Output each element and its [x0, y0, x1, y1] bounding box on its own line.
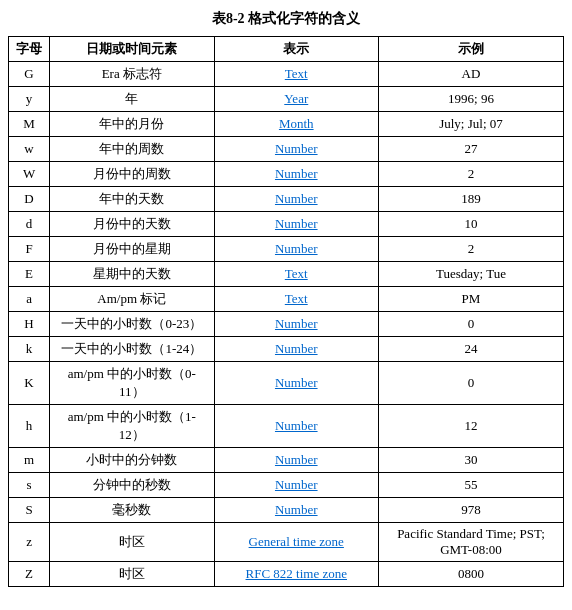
table-row: F月份中的星期Number2	[9, 237, 564, 262]
cell-letter: s	[9, 473, 50, 498]
cell-example: 10	[378, 212, 563, 237]
cell-element: am/pm 中的小时数（1-12）	[50, 405, 214, 448]
cell-element: 星期中的天数	[50, 262, 214, 287]
cell-letter: d	[9, 212, 50, 237]
cell-letter: W	[9, 162, 50, 187]
cell-example: Tuesday; Tue	[378, 262, 563, 287]
cell-element: Am/pm 标记	[50, 287, 214, 312]
cell-letter: M	[9, 112, 50, 137]
cell-represent[interactable]: Number	[214, 187, 378, 212]
table-row: m小时中的分钟数Number30	[9, 448, 564, 473]
cell-element: 年中的天数	[50, 187, 214, 212]
cell-element: 年中的周数	[50, 137, 214, 162]
cell-element: am/pm 中的小时数（0-11）	[50, 362, 214, 405]
cell-represent[interactable]: RFC 822 time zone	[214, 562, 378, 587]
cell-letter: E	[9, 262, 50, 287]
format-table: 字母 日期或时间元素 表示 示例 GEra 标志符TextADy年Year199…	[8, 36, 564, 587]
cell-element: 月份中的天数	[50, 212, 214, 237]
cell-element: 一天中的小时数（0-23）	[50, 312, 214, 337]
table-row: M年中的月份MonthJuly; Jul; 07	[9, 112, 564, 137]
cell-example: 55	[378, 473, 563, 498]
cell-represent[interactable]: Number	[214, 237, 378, 262]
cell-letter: D	[9, 187, 50, 212]
cell-element: 毫秒数	[50, 498, 214, 523]
header-example: 示例	[378, 37, 563, 62]
cell-element: 年	[50, 87, 214, 112]
cell-letter: z	[9, 523, 50, 562]
table-row: aAm/pm 标记TextPM	[9, 287, 564, 312]
cell-example: 27	[378, 137, 563, 162]
cell-example: PM	[378, 287, 563, 312]
table-row: w年中的周数Number27	[9, 137, 564, 162]
cell-letter: y	[9, 87, 50, 112]
cell-represent[interactable]: Month	[214, 112, 378, 137]
cell-element: 时区	[50, 562, 214, 587]
cell-example: 2	[378, 237, 563, 262]
cell-represent[interactable]: Number	[214, 473, 378, 498]
cell-represent[interactable]: Text	[214, 262, 378, 287]
cell-letter: h	[9, 405, 50, 448]
cell-letter: m	[9, 448, 50, 473]
cell-represent[interactable]: Number	[214, 137, 378, 162]
cell-example: 0	[378, 312, 563, 337]
cell-element: 小时中的分钟数	[50, 448, 214, 473]
cell-example: Pacific Standard Time; PST; GMT-08:00	[378, 523, 563, 562]
table-row: ham/pm 中的小时数（1-12）Number12	[9, 405, 564, 448]
table-row: Kam/pm 中的小时数（0-11）Number0	[9, 362, 564, 405]
cell-letter: S	[9, 498, 50, 523]
table-row: Z时区RFC 822 time zone0800	[9, 562, 564, 587]
cell-example: AD	[378, 62, 563, 87]
cell-element: 一天中的小时数（1-24）	[50, 337, 214, 362]
cell-represent[interactable]: Number	[214, 448, 378, 473]
cell-element: 月份中的周数	[50, 162, 214, 187]
cell-represent[interactable]: Number	[214, 212, 378, 237]
cell-example: 189	[378, 187, 563, 212]
cell-element: Era 标志符	[50, 62, 214, 87]
cell-element: 时区	[50, 523, 214, 562]
cell-letter: K	[9, 362, 50, 405]
cell-element: 年中的月份	[50, 112, 214, 137]
table-row: H一天中的小时数（0-23）Number0	[9, 312, 564, 337]
cell-example: 12	[378, 405, 563, 448]
table-row: E星期中的天数TextTuesday; Tue	[9, 262, 564, 287]
cell-example: 1996; 96	[378, 87, 563, 112]
cell-example: 0800	[378, 562, 563, 587]
cell-example: July; Jul; 07	[378, 112, 563, 137]
cell-represent[interactable]: Number	[214, 312, 378, 337]
cell-letter: a	[9, 287, 50, 312]
cell-example: 24	[378, 337, 563, 362]
table-row: y年Year1996; 96	[9, 87, 564, 112]
cell-represent[interactable]: Text	[214, 62, 378, 87]
cell-example: 978	[378, 498, 563, 523]
page-title: 表8-2 格式化字符的含义	[8, 10, 564, 28]
cell-letter: Z	[9, 562, 50, 587]
cell-letter: w	[9, 137, 50, 162]
table-row: z时区General time zonePacific Standard Tim…	[9, 523, 564, 562]
table-row: GEra 标志符TextAD	[9, 62, 564, 87]
table-row: S毫秒数Number978	[9, 498, 564, 523]
cell-example: 0	[378, 362, 563, 405]
cell-element: 分钟中的秒数	[50, 473, 214, 498]
cell-letter: k	[9, 337, 50, 362]
cell-represent[interactable]: General time zone	[214, 523, 378, 562]
cell-represent[interactable]: Number	[214, 498, 378, 523]
table-header-row: 字母 日期或时间元素 表示 示例	[9, 37, 564, 62]
cell-represent[interactable]: Number	[214, 405, 378, 448]
header-represent: 表示	[214, 37, 378, 62]
table-row: s分钟中的秒数Number55	[9, 473, 564, 498]
cell-represent[interactable]: Number	[214, 337, 378, 362]
cell-example: 2	[378, 162, 563, 187]
cell-letter: F	[9, 237, 50, 262]
cell-represent[interactable]: Year	[214, 87, 378, 112]
table-row: W月份中的周数Number2	[9, 162, 564, 187]
cell-represent[interactable]: Number	[214, 362, 378, 405]
cell-letter: G	[9, 62, 50, 87]
table-row: k一天中的小时数（1-24）Number24	[9, 337, 564, 362]
header-letter: 字母	[9, 37, 50, 62]
cell-represent[interactable]: Number	[214, 162, 378, 187]
cell-element: 月份中的星期	[50, 237, 214, 262]
cell-example: 30	[378, 448, 563, 473]
header-element: 日期或时间元素	[50, 37, 214, 62]
cell-represent[interactable]: Text	[214, 287, 378, 312]
table-row: D年中的天数Number189	[9, 187, 564, 212]
